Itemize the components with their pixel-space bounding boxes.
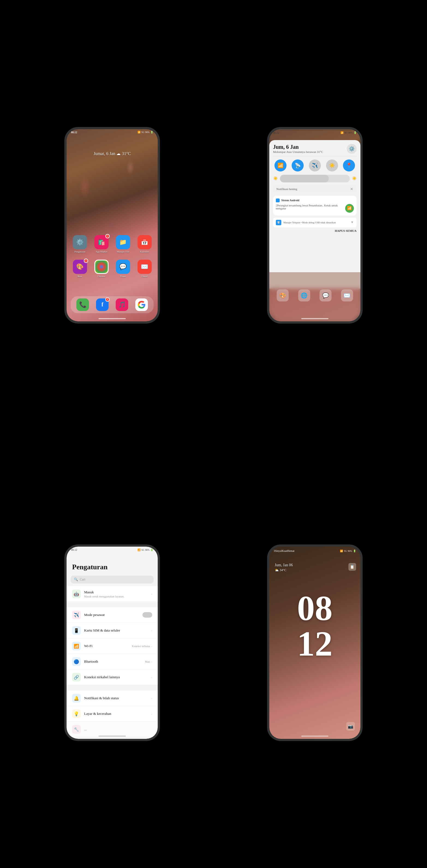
dock-facebook[interactable]: f 2	[96, 299, 108, 311]
cc-toggle-btn-airplane[interactable]: ✈️	[309, 159, 321, 172]
app-icon-gmail[interactable]: ✉️	[137, 260, 152, 274]
cc-clear-label[interactable]: HAPUS SEMUA	[335, 229, 357, 232]
cc-home-icon-ikon[interactable]: 🎨	[277, 289, 289, 302]
settings-label-notifications: Notifikasi & bilah status	[84, 696, 148, 700]
phone-frame-2: 08.12 📶 5G 96% 🔋 Jum, 6 Jan Molompar Ata…	[214, 17, 416, 434]
cc-system-text: Manajer Telepon • Mode debug USB tidak d…	[284, 221, 349, 224]
dock-icon-facebook[interactable]: f 2	[96, 299, 108, 311]
cc-toggle-location[interactable]: 📍	[341, 159, 357, 172]
settings-item-extra[interactable]: 🔧 ...	[67, 722, 158, 737]
toggle-airplane[interactable]	[142, 612, 152, 618]
app-icon-manajerfile[interactable]: 📁	[116, 235, 130, 249]
lockscreen-time: 08 12	[269, 590, 360, 661]
dock-icon-google[interactable]	[135, 299, 148, 311]
cc-toggle-wifi[interactable]: 📶	[273, 159, 288, 172]
app-icon-chrome[interactable]	[94, 260, 108, 274]
cc-home-icon-gmail[interactable]: ✉️	[341, 289, 353, 302]
cc-toggle-btn-hotspot[interactable]: 📡	[292, 159, 304, 172]
dock-google[interactable]	[135, 299, 148, 311]
app-icon-ikon[interactable]: 🎨 2	[73, 260, 87, 274]
cc-home-icon-pesan[interactable]: 💬	[320, 289, 331, 302]
lockscreen-min: 12	[269, 626, 360, 661]
app-icon-appmarket[interactable]: 🛍️ 1	[94, 235, 108, 249]
app-label-manajerfile: Manajer File	[117, 250, 129, 253]
lockscreen-carrier: 3SinyalKuatHemat	[274, 549, 295, 552]
app-pesan[interactable]: 💬 Pesan	[114, 260, 132, 278]
app-manajerfile[interactable]: 📁 Manajer File	[114, 235, 132, 253]
cc-home-icon-chrome[interactable]: 🌐	[298, 289, 310, 302]
phone-1: 08.12 📶 5G 96% 🔋 Jumat, 6 Jan ☁ 31°C ⚙️ …	[64, 127, 160, 323]
app-label-kalender: Kalender	[140, 250, 149, 253]
settings-icon-extra: 🔧	[72, 725, 81, 734]
cc-toggle-airplane[interactable]: ✈️	[307, 159, 322, 172]
brightness-bar[interactable]: ☀️ ☀️	[273, 175, 357, 182]
app-kalender[interactable]: 📅 Kalender	[135, 235, 154, 253]
cc-toggle-btn-wifi[interactable]: 📶	[274, 159, 287, 172]
dock-icon-music[interactable]: 🎵	[116, 299, 128, 311]
dock-phone[interactable]: 📞	[76, 299, 89, 311]
settings-icon-sim: 📱	[72, 626, 81, 635]
home-indicator-4	[301, 736, 329, 737]
settings-item-login[interactable]: 🤖 Masuk Masuk untuk menggunakan layanan.…	[67, 586, 158, 602]
settings-label-display: Layar & kecerahan	[84, 712, 148, 716]
settings-text-wireless: Koneksi nirkabel lainnya	[84, 675, 148, 679]
lockscreen-hour: 08	[269, 590, 360, 626]
settings-text-wifi: Wi-Fi	[84, 644, 129, 648]
app-icon-kalender[interactable]: 📅	[137, 235, 152, 249]
status-time-3: 08.12	[71, 548, 77, 551]
lockscreen-camera-btn[interactable]: 📷	[346, 722, 355, 731]
cc-home-blur: 🎨 🌐 💬 ✉️	[269, 272, 360, 321]
wifi-icon-3: 📶	[137, 549, 140, 551]
cc-date-info: Jum, 6 Jan Molompar Atas Umumnya berawan…	[273, 144, 323, 153]
settings-content: Pengaturan 🔍 Cari 🤖 Masuk Masuk untuk me…	[67, 547, 158, 739]
app-ikon[interactable]: 🎨 2 Ikon	[71, 260, 89, 278]
app-appmarket[interactable]: 🛍️ 1 App Market	[92, 235, 110, 253]
cc-system-notif[interactable]: 🛡️ Manajer Telepon • Mode debug USB tida…	[273, 218, 357, 227]
settings-icon-wireless: 🔗	[72, 673, 81, 682]
cc-system-notif-text: Mode debug USB tidak dimatikan	[302, 221, 336, 224]
settings-item-airplane[interactable]: ✈️ Mode pesawat	[67, 607, 158, 623]
home-date-text: Jumat, 6 Jan ☁ 31°C	[94, 151, 131, 156]
dock-music[interactable]: 🎵	[116, 299, 128, 311]
cc-toggle-hotspot[interactable]: 📡	[290, 159, 305, 172]
notif-silent-close[interactable]: ✕	[350, 187, 353, 191]
settings-text-display: Layar & kecerahan	[84, 712, 148, 716]
settings-item-wireless[interactable]: 🔗 Koneksi nirkabel lainnya ›	[67, 670, 158, 685]
cc-clear-btn[interactable]: HAPUS SEMUA	[273, 229, 357, 232]
signal-2: 5G	[344, 131, 347, 134]
search-placeholder: Cari	[80, 578, 86, 582]
app-label-pesan: Pesan	[120, 275, 126, 278]
settings-label-airplane: Mode pesawat	[84, 613, 139, 617]
settings-item-bluetooth[interactable]: 🔵 Bluetooth Mati ›	[67, 654, 158, 670]
cc-toggle-auto-brightness[interactable]: ☀️	[324, 159, 339, 172]
cc-notif-app-icon	[276, 198, 280, 202]
dock-icon-phone[interactable]: 📞	[76, 299, 89, 311]
lockscreen-status: 3SinyalKuatHemat 📶 5G 96% 🔋	[269, 547, 360, 555]
settings-item-wifi[interactable]: 📶 Wi-Fi Koneksi terbatas ›	[67, 639, 158, 654]
settings-list: 🤖 Masuk Masuk untuk menggunakan layanan.…	[67, 586, 158, 737]
settings-page-title: Pengaturan	[67, 560, 158, 574]
settings-screen: 08.12 📶 5G 96% 🔋 Pengaturan 🔍 Cari	[67, 547, 158, 739]
app-pengaturan[interactable]: ⚙️ Pengaturan	[71, 235, 89, 253]
cc-system-expand[interactable]: ▼	[351, 220, 354, 224]
settings-right-bluetooth: Mati ›	[145, 660, 152, 664]
cc-toggle-btn-auto-brightness[interactable]: ☀️	[326, 159, 338, 172]
settings-item-display[interactable]: 💡 Layar & kecerahan ›	[67, 706, 158, 722]
cc-main-notification[interactable]: Sistem Android 2Perangkat tersambung lew…	[273, 196, 357, 215]
cc-divider	[273, 156, 357, 156]
settings-item-notifications[interactable]: 🔔 Notifikasi & bilah status ›	[67, 690, 158, 706]
cc-gear-btn[interactable]: ⚙️	[347, 144, 357, 154]
clipboard-icon[interactable]: 📋	[349, 563, 356, 571]
settings-text-sim: Kartu SIM & data seluler	[84, 628, 148, 633]
cc-toggles: 📶 📡 ✈️ ☀️ 📍	[273, 159, 357, 172]
app-gmail[interactable]: ✉️ Gmail	[135, 260, 154, 278]
app-icon-pengaturan[interactable]: ⚙️	[73, 235, 87, 249]
app-chrome[interactable]: Chrome	[92, 260, 110, 278]
app-icon-pesan[interactable]: 💬	[116, 260, 130, 274]
settings-item-sim[interactable]: 📱 Kartu SIM & data seluler ›	[67, 623, 158, 639]
settings-search-bar[interactable]: 🔍 Cari	[71, 576, 154, 584]
bluetooth-status-text: Mati	[145, 660, 150, 663]
brightness-track[interactable]	[280, 175, 350, 182]
phone-4: 3SinyalKuatHemat 📶 5G 96% 🔋 Jum, Jan 06 …	[267, 545, 363, 741]
cc-toggle-btn-location[interactable]: 📍	[343, 159, 355, 172]
